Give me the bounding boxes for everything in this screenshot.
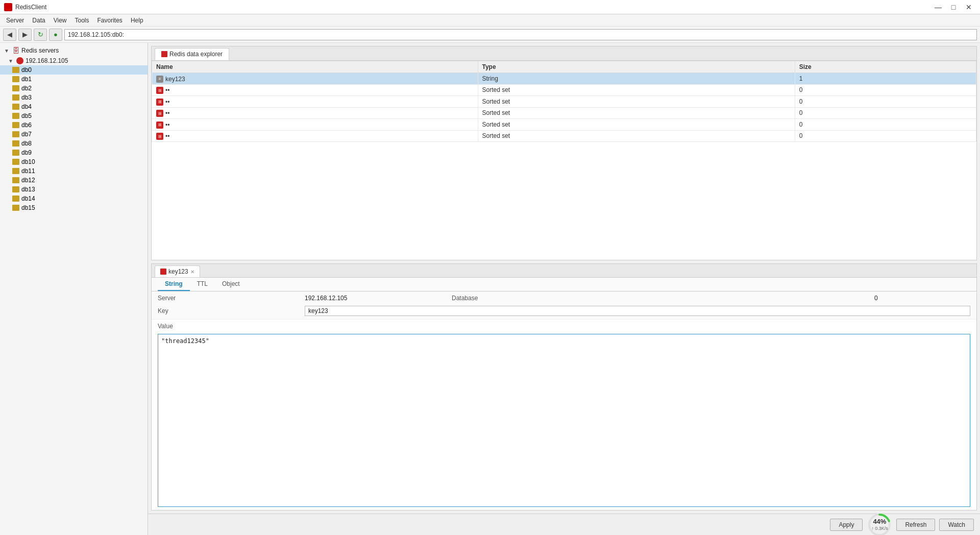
back-button[interactable]: ◀: [3, 29, 16, 41]
db11-label: db11: [21, 167, 35, 175]
toolbar: ◀ ▶ ↻ ●: [0, 27, 980, 43]
explorer-tab-bar: Redis data explorer: [152, 46, 976, 61]
connect-button[interactable]: ●: [49, 29, 62, 41]
tab-ttl[interactable]: TTL: [190, 278, 215, 291]
sidebar-item-db7[interactable]: db7: [0, 130, 148, 139]
db-icon-7: [12, 131, 19, 137]
data-explorer-panel: Redis data explorer Name Type Size: [151, 46, 977, 260]
data-table: Name Type Size ≡ key123 String 1: [152, 61, 976, 142]
db-icon-15: [12, 205, 19, 211]
tab-string[interactable]: String: [158, 278, 190, 291]
sidebar-item-db9[interactable]: db9: [0, 148, 148, 157]
db-icon-3: [12, 94, 19, 101]
sidebar-item-db1[interactable]: db1: [0, 75, 148, 84]
explorer-tab-icon: [161, 51, 167, 57]
menu-server[interactable]: Server: [2, 16, 28, 25]
sidebar-item-db8[interactable]: db8: [0, 139, 148, 148]
sidebar-item-db12[interactable]: db12: [0, 176, 148, 185]
menu-view[interactable]: View: [50, 16, 71, 25]
db14-label: db14: [21, 195, 35, 202]
minimize-button[interactable]: ―: [931, 2, 945, 13]
main-content: ▼ 🗄 Redis servers ▼ 192.168.12.105 db0 d…: [0, 43, 980, 535]
sidebar-item-db13[interactable]: db13: [0, 185, 148, 194]
key-editor-tab[interactable]: key123 ✕: [155, 265, 200, 277]
cell-type: Sorted set: [478, 130, 795, 142]
db7-label: db7: [21, 131, 32, 138]
gauge-speed: ↑ 0.3K/s: [871, 526, 888, 531]
db-icon-13: [12, 186, 19, 192]
server-expand-icon: ▼: [7, 58, 14, 64]
sidebar-item-db3[interactable]: db3: [0, 93, 148, 102]
gauge-text: 44% ↑ 0.3K/s: [871, 518, 888, 531]
cell-name: ⊞ ••: [152, 96, 478, 108]
db12-label: db12: [21, 177, 35, 184]
forward-button[interactable]: ▶: [18, 29, 32, 41]
tab-object[interactable]: Object: [215, 278, 247, 291]
db3-label: db3: [21, 94, 32, 101]
sidebar-server[interactable]: ▼ 192.168.12.105: [0, 56, 148, 65]
key-editor-tab-bar: key123 ✕: [152, 264, 976, 278]
cell-name: ⊞ ••: [152, 119, 478, 131]
key-input[interactable]: [305, 306, 970, 316]
db1-label: db1: [21, 76, 32, 83]
cell-type: Sorted set: [478, 84, 795, 96]
table-row[interactable]: ⊞ •• Sorted set 0: [152, 107, 976, 119]
app-title: RedisClient: [15, 4, 46, 11]
maximize-button[interactable]: □: [946, 2, 961, 13]
window-controls: ― □ ✕: [931, 2, 976, 13]
data-table-scroll: Name Type Size ≡ key123 String 1: [152, 61, 976, 260]
table-row[interactable]: ≡ key123 String 1: [152, 73, 976, 85]
cell-type: Sorted set: [478, 107, 795, 119]
sidebar-item-db10[interactable]: db10: [0, 157, 148, 166]
explorer-tab[interactable]: Redis data explorer: [155, 48, 229, 60]
menu-bar: Server Data View Tools Favorites Help: [0, 14, 980, 27]
cell-size: 0: [795, 84, 976, 96]
table-row[interactable]: ⊞ •• Sorted set 0: [152, 119, 976, 131]
table-row[interactable]: ⊞ •• Sorted set 0: [152, 130, 976, 142]
url-input[interactable]: [64, 29, 977, 40]
sidebar-item-db11[interactable]: db11: [0, 166, 148, 176]
menu-help[interactable]: Help: [127, 16, 148, 25]
sidebar-root-label: Redis servers: [21, 47, 59, 54]
sidebar-item-db0[interactable]: db0: [0, 65, 148, 75]
server-ip-label: 192.168.12.105: [26, 57, 68, 64]
cell-name: ≡ key123: [152, 73, 478, 85]
title-bar: RedisClient ― □ ✕: [0, 0, 980, 14]
title-bar-left: RedisClient: [4, 3, 46, 11]
db-icon-0: [12, 67, 19, 73]
sidebar-item-db15[interactable]: db15: [0, 203, 148, 212]
sidebar-root[interactable]: ▼ 🗄 Redis servers: [0, 45, 148, 56]
server-icon: [16, 57, 23, 64]
cell-size: 0: [795, 96, 976, 108]
bottom-bar: Apply 44% ↑ 0.3K/s Refresh Watch: [148, 514, 980, 535]
close-button[interactable]: ✕: [962, 2, 976, 13]
redis-root-icon: 🗄: [12, 46, 19, 55]
db-icon-1: [12, 76, 19, 82]
cell-name: ⊞ ••: [152, 84, 478, 96]
value-label: Value: [158, 323, 173, 330]
expand-icon: ▼: [3, 48, 10, 54]
menu-data[interactable]: Data: [28, 16, 49, 25]
sidebar: ▼ 🗄 Redis servers ▼ 192.168.12.105 db0 d…: [0, 43, 148, 535]
refresh-toolbar-button[interactable]: ↻: [34, 29, 47, 41]
table-row[interactable]: ⊞ •• Sorted set 0: [152, 84, 976, 96]
gauge-widget: 44% ↑ 0.3K/s: [867, 512, 892, 536]
sidebar-item-db6[interactable]: db6: [0, 120, 148, 130]
value-textarea[interactable]: [158, 334, 970, 507]
close-tab-icon[interactable]: ✕: [190, 269, 194, 275]
menu-tools[interactable]: Tools: [71, 16, 93, 25]
db-icon-5: [12, 113, 19, 119]
cell-type: String: [478, 73, 795, 85]
refresh-button[interactable]: Refresh: [896, 519, 935, 531]
database-label: Database: [452, 295, 870, 302]
sidebar-item-db4[interactable]: db4: [0, 102, 148, 111]
db5-label: db5: [21, 112, 32, 119]
table-row[interactable]: ⊞ •• Sorted set 0: [152, 96, 976, 108]
watch-button[interactable]: Watch: [939, 519, 974, 531]
sidebar-item-db5[interactable]: db5: [0, 111, 148, 120]
menu-favorites[interactable]: Favorites: [93, 16, 127, 25]
sidebar-item-db2[interactable]: db2: [0, 84, 148, 93]
sidebar-item-db14[interactable]: db14: [0, 194, 148, 203]
db-icon-6: [12, 122, 19, 128]
apply-button[interactable]: Apply: [830, 519, 863, 531]
